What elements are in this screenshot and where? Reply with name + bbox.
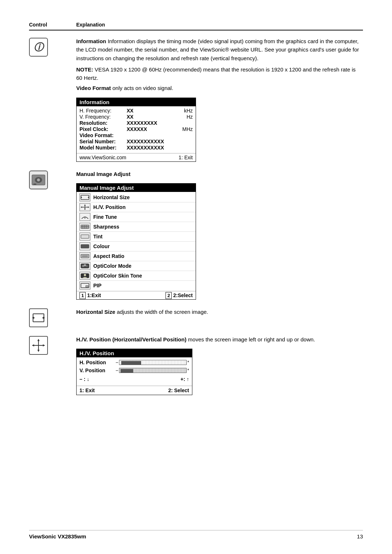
hv-table-body: H. Position – * V. Position – [77, 357, 192, 386]
footer-model-text: VX2835wm [58, 533, 86, 539]
hv-controls-left: – : ↓ [79, 376, 89, 382]
mia-icon [29, 171, 48, 189]
svg-point-28 [84, 264, 86, 266]
mia-row-horizontal-size: Horizontal Size [77, 193, 196, 202]
hv-v-row: V. Position – * [79, 368, 189, 373]
info-footer-url: www.ViewSonic.com [79, 155, 126, 160]
footer-brand: ViewSonic VX2835wm [29, 533, 86, 539]
video-format-label: Video Format: [79, 132, 127, 138]
hv-position-bold: H./V. Position (Horizontal/Vertical Posi… [76, 336, 187, 342]
svg-point-30 [84, 274, 86, 276]
information-icon: ⓘ [29, 38, 48, 57]
opticolor-skin-icon [79, 272, 90, 280]
colour-label: Colour [93, 243, 110, 249]
model-value: XXXXXXXXXXX [127, 145, 193, 151]
mia-table-header: Manual Image Adjust [77, 184, 196, 192]
svg-marker-39 [37, 339, 40, 341]
mia-footer-exit: 1 1:Exit [79, 292, 101, 298]
svg-marker-11 [84, 209, 86, 210]
resolution-value: XXXXXXXXX [127, 120, 193, 126]
serial-value: XXXXXXXXXXX [127, 139, 193, 144]
pixel-clock-unit: MHz [182, 126, 193, 132]
aspect-ratio-icon [79, 252, 90, 260]
hv-h-star: * [187, 360, 189, 365]
mia-row-fine-tune: Fine Tune [77, 212, 196, 222]
information-paragraph1: Information Information displays the tim… [76, 37, 363, 62]
hv-table-footer: 1: Exit 2: Select [77, 386, 192, 395]
mia-row-opticolor-mode: OptiColor Mode [77, 261, 196, 271]
information-table-body: H. Frequency: XX kHz V. Frequency: XX Hz… [77, 106, 196, 153]
information-icon-symbol: ⓘ [34, 41, 43, 54]
information-table: Information H. Frequency: XX kHz V. Freq… [76, 98, 196, 162]
hv-table: H./V. Position H. Position – * V. Positi… [76, 349, 192, 395]
svg-marker-42 [32, 344, 34, 346]
horiz-size-content: Horizontal Size adjusts the width of the… [76, 308, 363, 316]
info-row-model: Model Number: XXXXXXXXXXX [79, 145, 193, 151]
header-control-label: Control [29, 22, 76, 28]
information-icon-col: ⓘ [29, 37, 76, 57]
page: Control Explanation ⓘ Information Inform… [0, 0, 392, 554]
opticolor-mode-icon [79, 262, 90, 270]
pip-icon [79, 282, 90, 290]
video-format-note: Video Format only acts on video signal. [76, 84, 363, 92]
resolution-label: Resolution: [79, 120, 127, 126]
page-footer: ViewSonic VX2835wm 13 [29, 530, 363, 539]
fine-tune-icon [79, 213, 90, 221]
info-footer-exit: 1: Exit [179, 155, 193, 160]
svg-marker-10 [84, 204, 86, 206]
hv-position-section: H./V. Position (Horizontal/Vertical Posi… [29, 335, 363, 395]
hv-position-text: H./V. Position (Horizontal/Vertical Posi… [76, 335, 363, 344]
svg-rect-33 [33, 314, 44, 322]
video-format-bold: Video Format [76, 85, 111, 91]
mia-section: Manual Image Adjust Manual Image Adjust [29, 170, 363, 300]
mia-row-tint: Tint [77, 232, 196, 242]
info-row-video-format: Video Format: [79, 132, 193, 138]
mia-row-opticolor-skin: OptiColor Skin Tone [77, 271, 196, 281]
mia-table-body: Horizontal Size [77, 192, 196, 291]
svg-rect-32 [86, 286, 88, 287]
horiz-size-icon [29, 308, 48, 327]
colour-icon [79, 242, 90, 250]
svg-point-2 [37, 178, 40, 181]
model-label: Model Number: [79, 145, 127, 151]
pixel-clock-label: Pixel Clock: [79, 126, 127, 132]
footer-brand-bold: ViewSonic [29, 533, 56, 539]
svg-marker-40 [37, 350, 40, 352]
hv-footer-select: 2: Select [168, 387, 189, 393]
tint-label: Tint [93, 234, 102, 239]
h-freq-unit: kHz [184, 108, 193, 114]
svg-marker-14 [88, 206, 89, 208]
horizontal-size-icon [79, 193, 90, 201]
mia-row-colour: Colour [77, 242, 196, 251]
opticolor-skin-label: OptiColor Skin Tone [93, 273, 142, 279]
information-note: NOTE: VESA 1920 x 1200 @ 60Hz (recommend… [76, 65, 363, 82]
mia-row-aspect-ratio: Aspect Ratio [77, 251, 196, 261]
hv-position-content: H./V. Position (Horizontal/Vertical Posi… [76, 335, 363, 395]
horiz-size-text: Horizontal Size adjusts the width of the… [76, 308, 363, 316]
information-section: ⓘ Information Information displays the t… [29, 37, 363, 162]
hv-h-slider [119, 360, 187, 365]
sharpness-icon [79, 223, 90, 231]
mia-content: Manual Image Adjust Manual Image Adjust [76, 170, 363, 300]
information-bold-label: Information [76, 38, 106, 44]
hv-controls-right: +: ↑ [180, 376, 189, 382]
tint-icon [79, 233, 90, 241]
h-freq-label: H. Frequency: [79, 108, 127, 114]
hv-v-minus: – [116, 368, 118, 373]
mia-icon-svg [30, 172, 46, 188]
horiz-size-icon-col [29, 308, 76, 327]
information-table-header: Information [77, 98, 196, 106]
aspect-ratio-label: Aspect Ratio [93, 253, 124, 259]
v-freq-label: V. Frequency: [79, 114, 127, 120]
hv-v-label: V. Position [79, 368, 116, 373]
pip-label: PIP [93, 283, 102, 288]
mia-icon-col [29, 170, 76, 189]
note-bold: NOTE: [76, 66, 93, 73]
information-table-footer: www.ViewSonic.com 1: Exit [77, 153, 196, 161]
svg-marker-13 [81, 206, 82, 208]
mia-table: Manual Image Adjust [76, 183, 196, 300]
fine-tune-label: Fine Tune [93, 214, 117, 220]
hv-h-minus: – [116, 360, 118, 365]
hv-table-header: H./V. Position [77, 349, 192, 357]
pixel-clock-value: XXXXXX [127, 126, 181, 132]
